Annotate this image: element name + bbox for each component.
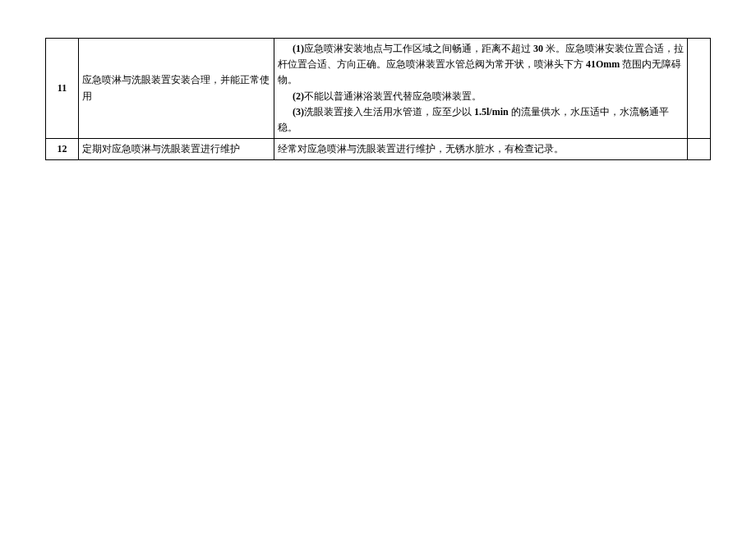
- desc-paragraph: (1)应急喷淋安装地点与工作区域之间畅通，距离不超过 30 米。应急喷淋安装位置…: [278, 41, 684, 89]
- empty-cell: [688, 39, 711, 139]
- desc-text: 不能以普通淋浴装置代替应急喷淋装置。: [304, 90, 482, 102]
- empty-cell: [688, 139, 711, 160]
- highlight-value: 1.5l/min: [474, 106, 509, 118]
- highlight-value: 30: [533, 43, 543, 54]
- row-number: 11: [46, 39, 79, 139]
- highlight-value: 41Omm: [586, 58, 620, 70]
- item-label: (2): [293, 90, 304, 102]
- row-item: 应急喷淋与洗眼装置安装合理，并能正常使用: [79, 39, 274, 139]
- row-description: (1)应急喷淋安装地点与工作区域之间畅通，距离不超过 30 米。应急喷淋安装位置…: [274, 39, 688, 139]
- item-label: (3): [293, 106, 304, 118]
- row-number: 12: [46, 139, 79, 160]
- desc-paragraph: (2)不能以普通淋浴装置代替应急喷淋装置。: [278, 89, 684, 104]
- table-row: 12 定期对应急喷淋与洗眼装置进行维护 经常对应急喷淋与洗眼装置进行维护，无锈水…: [46, 139, 711, 160]
- desc-paragraph: (3)洗眼装置接入生活用水管道，应至少以 1.5l/min 的流量供水，水压适中…: [278, 104, 684, 136]
- desc-text: 洗眼装置接入生活用水管道，应至少以: [304, 106, 474, 118]
- row-item: 定期对应急喷淋与洗眼装置进行维护: [79, 139, 274, 160]
- safety-requirements-table: 11 应急喷淋与洗眼装置安装合理，并能正常使用 (1)应急喷淋安装地点与工作区域…: [45, 38, 711, 160]
- table-row: 11 应急喷淋与洗眼装置安装合理，并能正常使用 (1)应急喷淋安装地点与工作区域…: [46, 39, 711, 139]
- row-description: 经常对应急喷淋与洗眼装置进行维护，无锈水脏水，有检查记录。: [274, 139, 688, 160]
- desc-text: 应急喷淋安装地点与工作区域之间畅通，距离不超过: [304, 43, 533, 54]
- item-label: (1): [293, 43, 304, 54]
